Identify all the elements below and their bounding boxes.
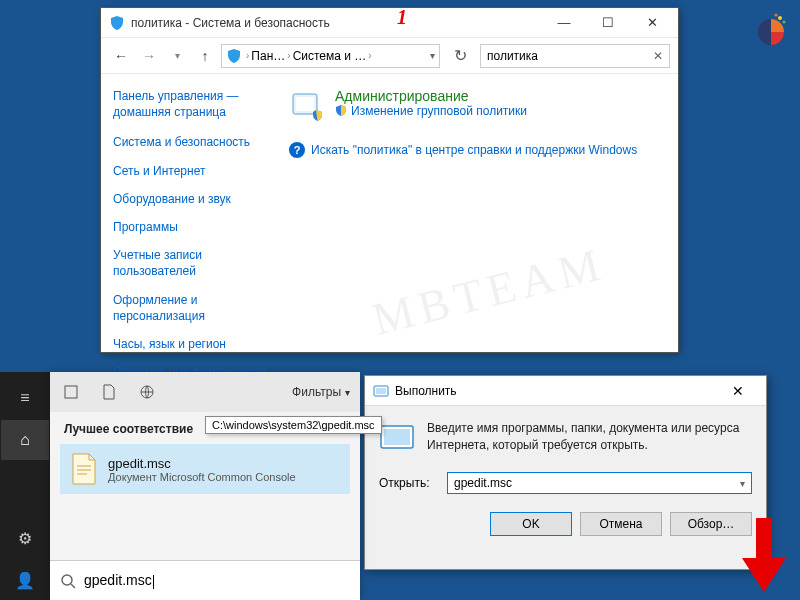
user-button[interactable]: 👤 xyxy=(1,560,49,600)
shield-icon xyxy=(226,48,242,64)
search-input[interactable]: gpedit.msc xyxy=(84,572,154,588)
minimize-button[interactable]: — xyxy=(542,9,586,37)
up-button[interactable]: ↑ xyxy=(193,44,217,68)
sidebar-item[interactable]: Программы xyxy=(113,219,267,235)
sidebar-item[interactable]: Система и безопасность xyxy=(113,134,267,150)
content-pane: Администрирование Изменение групповой по… xyxy=(279,74,678,352)
site-logo xyxy=(752,10,790,48)
titlebar: политика - Система и безопасность — ☐ ✕ xyxy=(101,8,678,38)
svg-point-11 xyxy=(778,16,782,20)
menu-button[interactable]: ≡ xyxy=(1,378,49,418)
sidebar-item[interactable]: Оформление и персонализация xyxy=(113,292,267,324)
window-title: политика - Система и безопасность xyxy=(131,16,542,30)
refresh-button[interactable]: ↻ xyxy=(448,44,472,68)
search-result-item[interactable]: gpedit.msc Документ Microsoft Common Con… xyxy=(60,444,350,494)
ok-button[interactable]: OK xyxy=(490,512,572,536)
svg-point-13 xyxy=(775,14,778,17)
dialog-title: Выполнить xyxy=(395,384,718,398)
result-title: gpedit.msc xyxy=(108,456,296,471)
result-subtitle: Документ Microsoft Common Console xyxy=(108,471,296,483)
svg-rect-6 xyxy=(65,386,77,398)
clear-search-button[interactable]: ✕ xyxy=(653,49,663,63)
chevron-down-icon[interactable]: ▾ xyxy=(430,50,435,61)
admin-tools-icon xyxy=(289,88,325,124)
shield-icon xyxy=(335,105,347,117)
address-bar[interactable]: › Пан… › Система и … › ▾ xyxy=(221,44,440,68)
svg-point-12 xyxy=(783,21,786,24)
chevron-right-icon: › xyxy=(246,50,249,61)
open-value: gpedit.msc xyxy=(454,476,512,490)
group-policy-link[interactable]: Изменение групповой политики xyxy=(335,104,527,118)
filters-dropdown[interactable]: Фильтры ▾ xyxy=(292,385,350,399)
chevron-right-icon: › xyxy=(287,50,290,61)
start-rail: ≡ ⌂ ⚙ 👤 xyxy=(0,372,50,600)
documents-tab[interactable] xyxy=(98,381,120,403)
dialog-description: Введите имя программы, папки, документа … xyxy=(427,420,752,456)
red-arrow-annotation xyxy=(734,514,794,594)
start-search-panel: Фильтры ▾ Лучшее соответствие gpedit.msc… xyxy=(50,372,360,600)
apps-tab[interactable] xyxy=(60,381,82,403)
breadcrumb-item[interactable]: Система и … xyxy=(293,49,367,63)
close-button[interactable]: ✕ xyxy=(718,383,758,399)
web-tab[interactable] xyxy=(136,381,158,403)
forward-button[interactable]: → xyxy=(137,44,161,68)
sidebar: Панель управления — домашняя страница Си… xyxy=(101,74,279,352)
svg-rect-3 xyxy=(376,388,386,394)
svg-rect-1 xyxy=(296,97,314,111)
help-search-link[interactable]: ? Искать "политика" в центре справки и п… xyxy=(289,142,668,158)
open-combobox[interactable]: gpedit.msc ▾ xyxy=(447,472,752,494)
cancel-button[interactable]: Отмена xyxy=(580,512,662,536)
sidebar-item[interactable]: Часы, язык и регион xyxy=(113,336,267,352)
sidebar-item[interactable]: Учетные записи пользователей xyxy=(113,247,267,279)
svg-line-9 xyxy=(71,584,75,588)
annotation-1: 1 xyxy=(397,6,407,29)
titlebar: Выполнить ✕ xyxy=(365,376,766,406)
search-value: политика xyxy=(487,49,538,63)
sidebar-item[interactable]: Сеть и Интернет xyxy=(113,163,267,179)
chevron-down-icon: ▾ xyxy=(345,387,350,398)
sidebar-item[interactable]: Оборудование и звук xyxy=(113,191,267,207)
search-icon xyxy=(60,573,76,589)
home-button[interactable]: ⌂ xyxy=(1,420,49,460)
document-icon xyxy=(70,452,98,486)
control-panel-window: политика - Система и безопасность — ☐ ✕ … xyxy=(100,7,679,353)
shield-icon xyxy=(109,15,125,31)
settings-button[interactable]: ⚙ xyxy=(1,518,49,558)
svg-point-8 xyxy=(62,575,72,585)
close-button[interactable]: ✕ xyxy=(630,9,674,37)
svg-rect-5 xyxy=(384,429,410,445)
question-icon: ? xyxy=(289,142,305,158)
history-dropdown[interactable]: ▾ xyxy=(165,44,189,68)
search-input[interactable]: политика ✕ xyxy=(480,44,670,68)
nav-toolbar: ← → ▾ ↑ › Пан… › Система и … › ▾ ↻ полит… xyxy=(101,38,678,74)
run-icon xyxy=(379,420,415,456)
path-tooltip: C:\windows\system32\gpedit.msc xyxy=(205,416,382,434)
maximize-button[interactable]: ☐ xyxy=(586,9,630,37)
chevron-right-icon: › xyxy=(368,50,371,61)
run-icon xyxy=(373,383,389,399)
open-label: Открыть: xyxy=(379,476,439,490)
breadcrumb-item[interactable]: Пан… xyxy=(251,49,285,63)
chevron-down-icon[interactable]: ▾ xyxy=(740,478,745,489)
search-input-row: gpedit.msc xyxy=(50,560,360,600)
sidebar-home-link[interactable]: Панель управления — домашняя страница xyxy=(113,88,267,120)
back-button[interactable]: ← xyxy=(109,44,133,68)
admin-heading[interactable]: Администрирование xyxy=(335,88,527,104)
search-tabs: Фильтры ▾ xyxy=(50,372,360,412)
run-dialog: Выполнить ✕ Введите имя программы, папки… xyxy=(364,375,767,570)
